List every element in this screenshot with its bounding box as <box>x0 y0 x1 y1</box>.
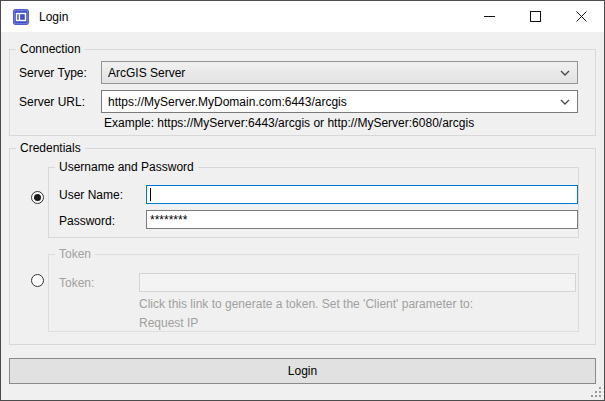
text-cursor <box>150 188 151 201</box>
server-url-value: https://MyServer.MyDomain.com:6443/arcgi… <box>108 95 347 109</box>
chevron-down-icon <box>560 70 570 76</box>
credentials-legend: Credentials <box>16 141 85 155</box>
radio-selected-dot <box>34 194 41 201</box>
server-type-dropdown[interactable]: ArcGIS Server <box>101 61 578 84</box>
user-name-label: User Name: <box>59 188 123 202</box>
close-button[interactable] <box>558 1 604 32</box>
minimize-icon <box>484 16 495 17</box>
request-ip-link: Request IP <box>139 316 198 330</box>
server-type-label: Server Type: <box>19 66 87 80</box>
token-radio[interactable] <box>31 274 44 287</box>
window-title: Login <box>39 10 68 24</box>
connection-legend: Connection <box>16 42 85 56</box>
login-button[interactable]: Login <box>9 358 596 384</box>
user-name-input[interactable] <box>146 185 578 204</box>
resize-grip-dots <box>591 387 593 389</box>
token-label: Token: <box>59 276 94 290</box>
maximize-icon <box>530 11 541 22</box>
app-window-icon <box>13 9 29 25</box>
server-url-combobox[interactable]: https://MyServer.MyDomain.com:6443/arcgi… <box>101 90 578 113</box>
token-input <box>139 273 576 292</box>
token-legend: Token <box>55 247 95 261</box>
server-url-label: Server URL: <box>19 95 85 109</box>
token-help-text: Click this link to generate a token. Set… <box>139 297 473 311</box>
resize-grip[interactable] <box>591 387 601 397</box>
token-groupbox: Token <box>48 254 579 332</box>
password-input[interactable] <box>146 210 578 229</box>
login-dialog: Login Connection Server Type: ArcGIS Ser… <box>0 0 605 401</box>
chevron-down-icon <box>560 99 570 105</box>
titlebar[interactable]: Login <box>1 1 604 32</box>
close-icon <box>576 11 587 22</box>
server-url-example-text: Example: https://MyServer:6443/arcgis or… <box>104 116 474 130</box>
server-type-value: ArcGIS Server <box>108 66 185 80</box>
maximize-button[interactable] <box>512 1 558 32</box>
username-password-radio[interactable] <box>31 191 44 204</box>
username-password-legend: Username and Password <box>55 160 198 174</box>
caption-buttons <box>466 1 604 32</box>
password-label: Password: <box>59 214 115 228</box>
minimize-button[interactable] <box>466 1 512 32</box>
